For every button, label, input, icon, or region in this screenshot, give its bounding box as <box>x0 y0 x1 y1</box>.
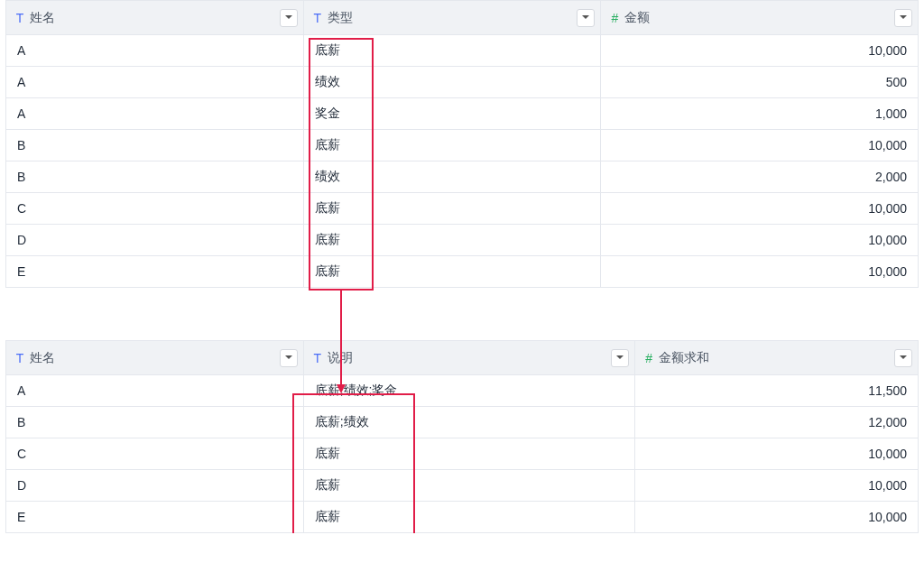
cell-sum[interactable]: 10,000 <box>635 502 919 533</box>
cell-name[interactable]: A <box>6 35 304 67</box>
chevron-down-icon <box>285 15 292 20</box>
cell-name[interactable]: D <box>6 225 304 256</box>
cell-amount[interactable]: 2,000 <box>601 161 919 193</box>
cell-amount[interactable]: 1,000 <box>601 98 919 130</box>
cell-name[interactable]: D <box>6 470 304 502</box>
cell-type[interactable]: 奖金 <box>303 98 601 130</box>
cell-amount[interactable]: 10,000 <box>601 225 919 256</box>
cell-type[interactable]: 绩效 <box>303 67 601 98</box>
table-row: B绩效2,000 <box>6 161 919 193</box>
cell-name[interactable]: C <box>6 193 304 225</box>
table-row: E底薪10,000 <box>6 256 919 288</box>
table-row: A底薪10,000 <box>6 35 919 67</box>
result-table: T 姓名 T 说明 <box>5 340 919 533</box>
table-row: A底薪;绩效;奖金11,500 <box>6 375 919 407</box>
cell-name[interactable]: A <box>6 67 304 98</box>
header-label: 金额 <box>624 10 650 26</box>
cell-type[interactable]: 底薪 <box>303 130 601 161</box>
column-dropdown-button[interactable] <box>611 349 629 367</box>
chevron-down-icon <box>900 15 907 20</box>
table-row: C底薪10,000 <box>6 193 919 225</box>
chevron-down-icon <box>285 355 292 360</box>
cell-amount[interactable]: 10,000 <box>601 193 919 225</box>
cell-desc[interactable]: 底薪;绩效;奖金 <box>303 375 635 407</box>
cell-type[interactable]: 底薪 <box>303 35 601 67</box>
header-label: 姓名 <box>30 350 55 366</box>
cell-type[interactable]: 绩效 <box>303 161 601 193</box>
column-header-name[interactable]: T 姓名 <box>6 341 304 375</box>
cell-name[interactable]: B <box>6 161 304 193</box>
column-header-type[interactable]: T 类型 <box>303 1 601 35</box>
header-label: 说明 <box>328 350 353 366</box>
cell-name[interactable]: C <box>6 438 304 470</box>
table-row: A奖金1,000 <box>6 98 919 130</box>
cell-name[interactable]: E <box>6 256 304 288</box>
cell-amount[interactable]: 10,000 <box>601 130 919 161</box>
cell-sum[interactable]: 10,000 <box>635 470 919 502</box>
column-header-sum[interactable]: # 金额求和 <box>635 341 919 375</box>
cell-sum[interactable]: 10,000 <box>635 438 919 470</box>
header-label: 金额求和 <box>659 350 709 366</box>
column-header-amount[interactable]: # 金额 <box>601 1 919 35</box>
header-label: 类型 <box>328 10 353 26</box>
cell-desc[interactable]: 底薪 <box>303 470 635 502</box>
cell-type[interactable]: 底薪 <box>303 225 601 256</box>
cell-desc[interactable]: 底薪 <box>303 502 635 533</box>
text-type-icon: T <box>14 351 26 365</box>
cell-sum[interactable]: 12,000 <box>635 407 919 438</box>
table-row: E底薪10,000 <box>6 502 919 533</box>
table-row: D底薪10,000 <box>6 225 919 256</box>
table-row: B底薪;绩效12,000 <box>6 407 919 438</box>
cell-name[interactable]: A <box>6 98 304 130</box>
source-table: T 姓名 T 类型 <box>5 0 919 288</box>
cell-name[interactable]: B <box>6 130 304 161</box>
cell-desc[interactable]: 底薪 <box>303 438 635 470</box>
column-dropdown-button[interactable] <box>280 9 298 27</box>
chevron-down-icon <box>582 15 589 20</box>
column-dropdown-button[interactable] <box>280 349 298 367</box>
column-dropdown-button[interactable] <box>894 9 912 27</box>
text-type-icon: T <box>311 351 324 365</box>
text-type-icon: T <box>14 11 26 25</box>
chevron-down-icon <box>616 355 624 360</box>
cell-amount[interactable]: 500 <box>601 67 919 98</box>
cell-name[interactable]: A <box>6 375 304 407</box>
cell-desc[interactable]: 底薪;绩效 <box>303 407 635 438</box>
column-header-name[interactable]: T 姓名 <box>6 1 304 35</box>
cell-amount[interactable]: 10,000 <box>601 35 919 67</box>
cell-type[interactable]: 底薪 <box>303 256 601 288</box>
column-header-desc[interactable]: T 说明 <box>303 341 635 375</box>
cell-sum[interactable]: 11,500 <box>635 375 919 407</box>
number-type-icon: # <box>608 11 621 25</box>
column-dropdown-button[interactable] <box>894 349 912 367</box>
cell-amount[interactable]: 10,000 <box>601 256 919 288</box>
chevron-down-icon <box>900 355 907 360</box>
cell-type[interactable]: 底薪 <box>303 193 601 225</box>
table-row: B底薪10,000 <box>6 130 919 161</box>
table-row: D底薪10,000 <box>6 470 919 502</box>
table-row: A绩效500 <box>6 67 919 98</box>
cell-name[interactable]: B <box>6 407 304 438</box>
cell-name[interactable]: E <box>6 502 304 533</box>
table-row: C底薪10,000 <box>6 438 919 470</box>
column-dropdown-button[interactable] <box>577 9 595 27</box>
number-type-icon: # <box>642 351 655 365</box>
text-type-icon: T <box>311 11 324 25</box>
header-label: 姓名 <box>30 10 55 26</box>
